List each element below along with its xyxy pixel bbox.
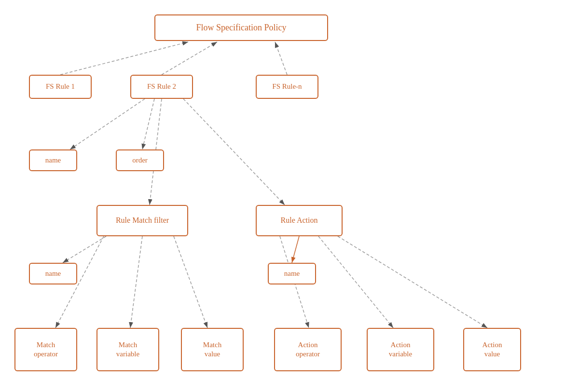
node-action-variable: Action variable [367,328,434,371]
svg-line-3 [162,42,217,75]
node-match-variable: Match variable [96,328,159,371]
diagram-container: Flow Specification Policy FS Rule 1 FS R… [0,0,579,392]
svg-line-15 [318,236,393,328]
svg-line-12 [174,236,207,328]
svg-line-9 [63,236,106,263]
node-match-value: Match value [181,328,244,371]
node-rulen: FS Rule-n [256,75,318,99]
svg-line-16 [338,236,487,328]
node-action-operator: Action operator [274,328,342,371]
node-rule1: FS Rule 1 [29,75,92,99]
node-ra: Rule Action [256,205,343,236]
node-name1: name [29,149,77,171]
node-rule2: FS Rule 2 [130,75,193,99]
node-rmf: Rule Match filter [96,205,188,236]
node-name2: name [29,263,77,284]
node-action-value: Action value [463,328,521,371]
svg-line-13 [292,236,299,263]
svg-line-8 [183,99,285,205]
svg-line-6 [142,99,154,149]
svg-line-11 [130,236,142,328]
svg-line-4 [275,42,287,75]
node-match-operator: Match operator [14,328,77,371]
svg-line-2 [60,42,188,75]
node-fsp: Flow Specification Policy [154,14,328,41]
svg-line-5 [70,99,145,149]
node-name3: name [268,263,316,284]
node-order: order [116,149,164,171]
